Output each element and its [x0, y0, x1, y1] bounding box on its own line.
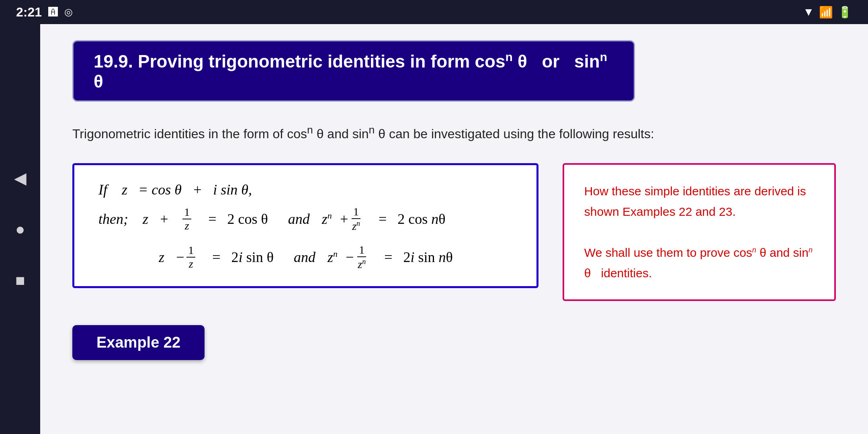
square-button[interactable]: ■ [15, 271, 25, 290]
formula-then-line-1: then; z + 1 z = 2 cos θ and zn + 1 zn = … [98, 206, 512, 232]
frac-3: 1 z [186, 245, 195, 270]
status-right: ▼ 📶 🔋 [803, 6, 852, 19]
notification-icon: 🅰 [48, 6, 58, 18]
example-22-button[interactable]: Example 22 [72, 325, 205, 360]
status-left: 2:21 🅰 ◎ [16, 5, 73, 20]
formula-line-2: z − 1 z = 2i sin θ and zn − 1 zn = 2i si… [98, 244, 512, 270]
formula-if-line: If z = cos θ + i sin θ, [98, 181, 512, 198]
circle-button[interactable]: ● [15, 220, 25, 239]
battery-icon: 🔋 [838, 6, 852, 19]
vpn-icon: ◎ [64, 6, 73, 18]
status-bar: 2:21 🅰 ◎ ▼ 📶 🔋 [0, 0, 868, 24]
intro-paragraph: Trigonometric identities in the form of … [72, 122, 836, 143]
note-box: How these simple identities are derived … [563, 163, 836, 301]
frac-4: 1 zn [356, 244, 367, 270]
formula-box: If z = cos θ + i sin θ, then; z + 1 z = … [72, 163, 538, 288]
title-box: 19.9. Proving trigonometric identities i… [72, 40, 635, 102]
status-time: 2:21 [16, 5, 42, 20]
page-title: 19.9. Proving trigonometric identities i… [94, 51, 607, 91]
wifi-icon: ▼ [803, 6, 814, 18]
formula-area: If z = cos θ + i sin θ, then; z + 1 z = … [72, 163, 836, 301]
back-button[interactable]: ◀ [14, 169, 27, 188]
frac-2: 1 zn [350, 206, 362, 232]
note-text: How these simple identities are derived … [584, 181, 814, 283]
frac-1: 1 z [182, 207, 191, 231]
sidebar: ◀ ● ■ [0, 24, 40, 434]
content-area: 19.9. Proving trigonometric identities i… [40, 24, 868, 434]
signal-icon: 📶 [819, 6, 833, 19]
main-container: ◀ ● ■ 19.9. Proving trigonometric identi… [0, 24, 868, 434]
